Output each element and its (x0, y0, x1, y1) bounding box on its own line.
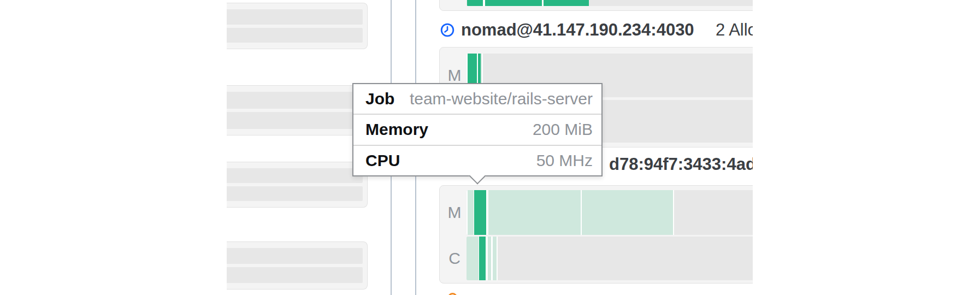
memory-row-label: M (446, 66, 463, 85)
allocation-segment[interactable] (488, 190, 581, 235)
clock-icon (440, 23, 454, 37)
tooltip-memory-label: Memory (365, 120, 428, 139)
left-node-box[interactable] (227, 241, 368, 290)
segment-separator (497, 237, 498, 280)
node-address-partial: d78:94f7:3433:4ad (609, 155, 753, 174)
memory-track (227, 9, 363, 25)
allocation-segment[interactable] (479, 237, 486, 280)
allocation-track (467, 190, 753, 235)
cpu-track (227, 112, 363, 129)
allocation-segment[interactable] (582, 190, 673, 235)
segment-separator (673, 190, 674, 235)
allocation-segment[interactable] (485, 0, 542, 6)
allocation-track (467, 0, 753, 6)
node-box-top-cut[interactable] (439, 0, 753, 11)
tooltip-job-label: Job (365, 90, 394, 108)
tooltip-memory-value: 200 MiB (533, 120, 593, 139)
cpu-row-label: C (446, 249, 463, 268)
allocation-segment[interactable] (468, 190, 474, 235)
allocation-tooltip: Job team-website/rails-server Memory 200… (352, 83, 603, 176)
allocation-segment[interactable] (493, 237, 497, 280)
allocation-segment[interactable] (467, 237, 479, 280)
memory-row-label: M (446, 203, 463, 222)
node-header-partial: d78:94f7:3433:4ad (609, 155, 753, 174)
allocation-segment[interactable] (544, 0, 589, 6)
memory-track (227, 92, 363, 109)
cpu-row: C (440, 237, 753, 280)
cpu-track (227, 28, 363, 43)
tooltip-cpu-value: 50 MHz (536, 151, 593, 170)
tooltip-row-memory: Memory 200 MiB (353, 114, 601, 144)
left-node-box[interactable] (227, 162, 368, 208)
node-header: nomad@41.147.190.234:4030 (440, 21, 694, 39)
topology-clip-area: nomad@41.147.190.234:4030 2 Alloc M C d7… (0, 0, 753, 295)
node-alloc-count: 2 Alloc (716, 21, 753, 39)
cpu-track (227, 186, 363, 201)
cpu-track (227, 267, 363, 283)
allocation-segment[interactable] (474, 190, 486, 235)
allocation-track (467, 237, 753, 280)
tooltip-cpu-label: CPU (365, 151, 400, 170)
warning-status-icon (448, 293, 457, 295)
node-address: nomad@41.147.190.234:4030 (461, 20, 694, 40)
left-node-box[interactable] (227, 85, 368, 135)
memory-row: M (440, 190, 753, 235)
tooltip-job-value: team-website/rails-server (410, 90, 593, 108)
tooltip-row-job: Job team-website/rails-server (353, 84, 601, 114)
memory-track (227, 248, 363, 264)
memory-track (227, 168, 363, 183)
node-box[interactable]: M C (439, 185, 753, 284)
allocation-segment[interactable] (467, 0, 483, 6)
cpu-row (440, 0, 753, 6)
left-node-box[interactable] (227, 3, 368, 49)
nomad-topology-viz: nomad@41.147.190.234:4030 2 Alloc M C d7… (0, 0, 980, 295)
